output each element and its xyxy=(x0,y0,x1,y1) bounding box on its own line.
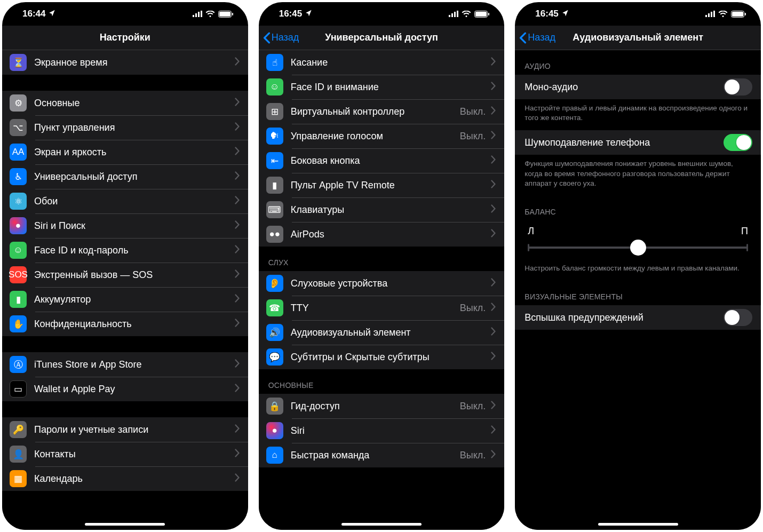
wifi-icon xyxy=(205,11,215,18)
svg-rect-15 xyxy=(708,13,710,17)
settings-row[interactable]: ☎︎TTYВыкл. xyxy=(259,296,505,320)
settings-row[interactable]: ●Siri xyxy=(259,418,505,443)
row-label: Siri и Поиск xyxy=(34,220,235,232)
svg-rect-20 xyxy=(745,13,746,15)
settings-list[interactable]: ⏳Экранное время ⚙︎Основные⌥Пункт управле… xyxy=(2,50,248,530)
chevron-right-icon xyxy=(235,424,240,435)
settings-row[interactable]: 💬Субтитры и Скрытые субтитры xyxy=(259,345,505,369)
svg-rect-9 xyxy=(454,12,456,17)
row-label: Wallet и Apple Pay xyxy=(34,384,235,395)
settings-row[interactable]: ♿︎Универсальный доступ xyxy=(2,164,248,189)
chevron-right-icon xyxy=(235,122,240,133)
settings-row[interactable]: SOSЭкстренный вызов — SOS xyxy=(2,263,248,287)
row-label: Пункт управления xyxy=(34,122,235,133)
svg-rect-2 xyxy=(198,12,200,17)
row-label: Касание xyxy=(291,57,491,68)
chevron-right-icon xyxy=(235,269,240,280)
nav-bar: Назад Аудиовизуальный элемент xyxy=(515,26,761,50)
row-noise-cancel[interactable]: Шумоподавление телефона xyxy=(515,130,761,155)
svg-rect-16 xyxy=(711,12,712,17)
row-label: Основные xyxy=(34,98,235,109)
audiovisual-list[interactable]: АУДИО Моно-аудио Настройте правый и левы… xyxy=(515,50,761,530)
settings-row[interactable]: ⇤Боковая кнопка xyxy=(259,148,505,173)
toggle-noise-cancel[interactable] xyxy=(724,134,752,151)
settings-row[interactable]: ▭Wallet и Apple Pay xyxy=(2,377,248,401)
settings-row[interactable]: ▦Календарь xyxy=(2,466,248,491)
footer-balance: Настроить баланс громкости между левым и… xyxy=(515,259,761,281)
row-label: Face ID и внимание xyxy=(291,82,491,93)
settings-row[interactable]: ✋Конфиденциальность xyxy=(2,312,248,336)
settings-row[interactable]: 👂Слуховые устройства xyxy=(259,271,505,296)
settings-row[interactable]: ⊞Виртуальный контроллерВыкл. xyxy=(259,99,505,124)
balance-right-label: П xyxy=(741,226,748,237)
status-icons xyxy=(705,11,746,18)
chevron-right-icon xyxy=(235,196,240,207)
footer-mono: Настройте правый и левый динамик на восп… xyxy=(515,99,761,130)
settings-row[interactable]: ⌨︎Клавиатуры xyxy=(259,197,505,222)
chevron-right-icon xyxy=(491,155,496,166)
back-label: Назад xyxy=(272,32,299,43)
touch-icon: ☝︎ xyxy=(266,54,283,71)
settings-row[interactable]: ☺︎Face ID и внимание xyxy=(259,75,505,99)
chevron-right-icon xyxy=(491,278,496,289)
row-label: Контакты xyxy=(34,449,235,460)
settings-row[interactable]: ⌥Пункт управления xyxy=(2,115,248,140)
battery-icon: ▮ xyxy=(10,291,27,308)
footer-noise: Функция шумоподавления понижает уровень … xyxy=(515,155,761,196)
settings-row[interactable]: ⚙︎Основные xyxy=(2,91,248,115)
svg-rect-19 xyxy=(732,12,743,17)
settings-row[interactable]: ▮Пульт Apple TV Remote xyxy=(259,173,505,197)
accessibility-list[interactable]: ☝︎Касание☺︎Face ID и внимание⊞Виртуальны… xyxy=(259,50,505,530)
settings-row[interactable]: ⌂Быстрая командаВыкл. xyxy=(259,443,505,467)
settings-row[interactable]: AAЭкран и яркость xyxy=(2,140,248,164)
remote-icon: ▮ xyxy=(266,177,283,194)
settings-row[interactable]: 🔑Пароли и учетные записи xyxy=(2,417,248,442)
toggle-mono-audio[interactable] xyxy=(724,78,752,96)
home-indicator[interactable] xyxy=(598,523,678,526)
settings-row[interactable]: 👤Контакты xyxy=(2,442,248,466)
svg-rect-17 xyxy=(713,11,715,17)
row-label: Календарь xyxy=(34,473,235,485)
row-label: Экранное время xyxy=(34,57,235,68)
location-icon xyxy=(562,9,569,19)
row-label: Siri xyxy=(291,425,491,436)
switch-icon: ⊞ xyxy=(266,103,283,120)
back-button[interactable]: Назад xyxy=(259,32,299,44)
settings-row[interactable]: ⒶiTunes Store и App Store xyxy=(2,352,248,377)
svg-rect-6 xyxy=(232,13,233,15)
phone-audiovisual: 16:45 Назад Аудиовизуальный элемент АУДИ… xyxy=(515,2,761,530)
chevron-right-icon xyxy=(491,131,496,141)
row-mono-audio[interactable]: Моно-аудио xyxy=(515,75,761,99)
toggle-led-flash[interactable] xyxy=(724,309,752,326)
row-label: Универсальный доступ xyxy=(34,171,235,182)
settings-row[interactable]: 🔒Гид-доступВыкл. xyxy=(259,394,505,418)
home-indicator[interactable] xyxy=(341,523,422,526)
chevron-right-icon xyxy=(235,384,240,394)
page-title: Настройки xyxy=(2,32,248,43)
row-value: Выкл. xyxy=(460,303,486,314)
back-button[interactable]: Назад xyxy=(515,32,555,44)
slider-knob[interactable] xyxy=(630,240,646,256)
settings-row[interactable]: ●●AirPods xyxy=(259,222,505,247)
guided-icon: 🔒 xyxy=(266,398,283,415)
row-label: Аккумулятор xyxy=(34,294,235,305)
settings-row[interactable]: ☺︎Face ID и код-пароль xyxy=(2,238,248,263)
settings-row[interactable]: 🔊Аудиовизуальный элемент xyxy=(259,320,505,345)
settings-row[interactable]: ⚛︎Обои xyxy=(2,189,248,213)
settings-row[interactable]: ☝︎Касание xyxy=(259,50,505,75)
settings-row[interactable]: 🗣Управление голосомВыкл. xyxy=(259,124,505,148)
row-label: AirPods xyxy=(291,229,491,240)
shortcut-icon: ⌂ xyxy=(266,447,283,464)
chevron-right-icon xyxy=(235,171,240,182)
hourglass-icon: ⏳ xyxy=(10,54,27,71)
balance-slider[interactable] xyxy=(528,247,748,249)
chevron-right-icon xyxy=(491,229,496,240)
chevron-left-icon xyxy=(263,32,271,44)
settings-row[interactable]: ⏳Экранное время xyxy=(2,50,248,75)
settings-row[interactable]: ●Siri и Поиск xyxy=(2,213,248,238)
row-led-flash[interactable]: Вспышка предупреждений xyxy=(515,305,761,330)
status-time: 16:44 xyxy=(22,9,45,19)
home-indicator[interactable] xyxy=(85,523,165,526)
settings-row[interactable]: ▮Аккумулятор xyxy=(2,287,248,312)
svg-rect-13 xyxy=(488,13,489,15)
